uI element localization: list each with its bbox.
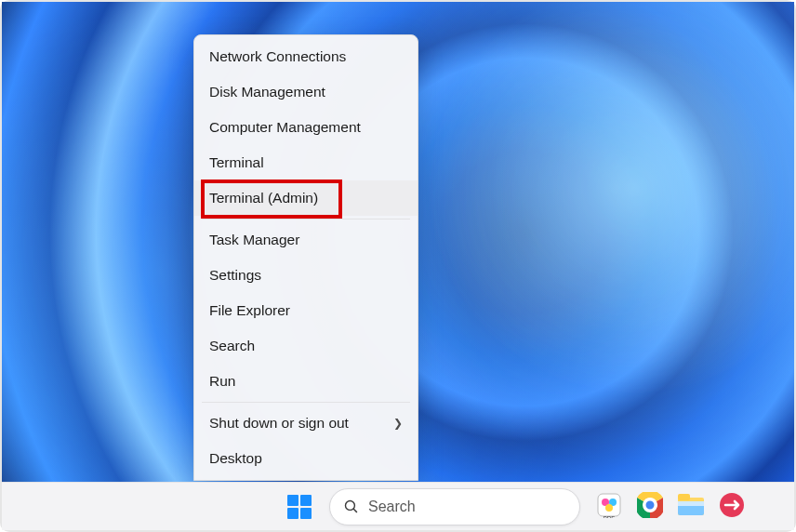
- menu-item-label: File Explorer: [209, 302, 290, 319]
- start-context-menu: Network ConnectionsDisk ManagementComput…: [193, 34, 418, 481]
- copilot-preview-icon: PRE: [596, 492, 622, 522]
- taskbar-search[interactable]: Search: [329, 488, 580, 525]
- svg-rect-16: [678, 494, 690, 500]
- menu-item-label: Run: [209, 373, 235, 390]
- file-explorer-icon: [677, 493, 705, 521]
- start-button[interactable]: [281, 488, 318, 525]
- menu-item-settings[interactable]: Settings: [194, 258, 418, 293]
- taskbar-search-placeholder: Search: [368, 499, 416, 515]
- menu-item-terminal[interactable]: Terminal: [194, 145, 418, 180]
- menu-item-label: Desktop: [209, 450, 262, 467]
- menu-item-label: Task Manager: [209, 232, 299, 248]
- svg-text:PRE: PRE: [604, 515, 615, 518]
- app-icon: [719, 492, 745, 522]
- menu-item-label: Terminal: [209, 154, 264, 171]
- menu-separator: [202, 402, 410, 403]
- menu-item-desktop[interactable]: Desktop: [194, 441, 418, 476]
- screenshot-frame: Network ConnectionsDisk ManagementComput…: [0, 0, 796, 532]
- menu-item-label: Network Connections: [209, 48, 346, 65]
- menu-item-label: Computer Management: [209, 119, 361, 136]
- taskbar-pinned-apps: PRE: [593, 491, 748, 523]
- menu-item-computer-management[interactable]: Computer Management: [194, 110, 418, 145]
- menu-item-shut-down[interactable]: Shut down or sign out❯: [194, 406, 418, 441]
- chevron-right-icon: ❯: [393, 417, 403, 430]
- menu-item-label: Terminal (Admin): [209, 190, 318, 206]
- taskbar-app-chrome[interactable]: [634, 491, 666, 523]
- menu-item-label: Search: [209, 338, 255, 354]
- chrome-icon: [637, 492, 663, 522]
- menu-item-terminal-admin[interactable]: Terminal (Admin): [194, 180, 418, 216]
- svg-line-3: [353, 509, 357, 512]
- svg-point-2: [345, 500, 354, 510]
- menu-item-disk-management[interactable]: Disk Management: [194, 74, 418, 110]
- svg-point-7: [605, 504, 613, 512]
- svg-rect-18: [678, 501, 704, 506]
- menu-item-search[interactable]: Search: [194, 328, 418, 364]
- menu-item-label: Shut down or sign out: [209, 415, 349, 432]
- menu-item-label: Disk Management: [209, 84, 325, 100]
- taskbar-app-copilot-pre[interactable]: PRE: [593, 491, 625, 523]
- taskbar-app-explorer[interactable]: [675, 491, 707, 523]
- search-icon: [343, 499, 359, 514]
- menu-item-task-manager[interactable]: Task Manager: [194, 222, 418, 258]
- taskbar: Search PRE: [2, 482, 794, 530]
- menu-item-file-explorer[interactable]: File Explorer: [194, 293, 418, 328]
- menu-item-network-connections[interactable]: Network Connections: [194, 39, 418, 74]
- windows-logo-icon: [287, 495, 312, 519]
- menu-item-run[interactable]: Run: [194, 364, 418, 399]
- taskbar-app-app-red[interactable]: [716, 491, 748, 523]
- menu-item-label: Settings: [209, 267, 261, 284]
- menu-separator: [202, 219, 410, 219]
